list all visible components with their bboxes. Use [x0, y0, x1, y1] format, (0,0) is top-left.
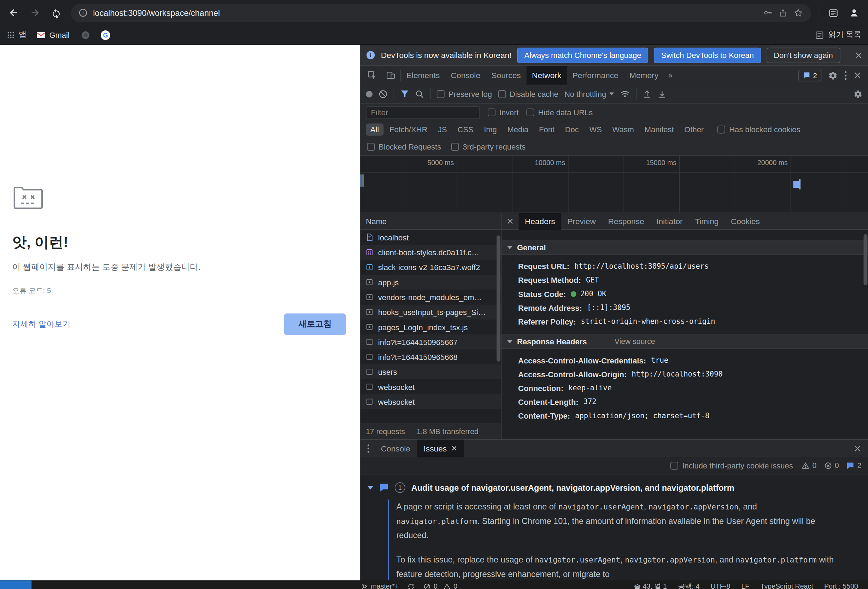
switch-korean-button[interactable]: Switch DevTools to Korean [654, 47, 761, 63]
live-server-port[interactable]: Port : 5500 [824, 583, 858, 589]
invert-checkbox[interactable]: Invert [488, 108, 519, 117]
clear-icon[interactable] [378, 89, 387, 98]
back-icon[interactable] [4, 3, 23, 22]
console-messages-badge[interactable]: 2 [798, 70, 821, 81]
filter-chip-fetch-xhr[interactable]: Fetch/XHR [385, 123, 431, 135]
filter-chip-css[interactable]: CSS [453, 123, 478, 135]
request-row[interactable]: localhost [360, 230, 501, 245]
issue-header[interactable]: 1 Audit usage of navigator.userAgent, na… [368, 482, 868, 493]
tab-console[interactable]: Console [445, 66, 486, 84]
encoding[interactable]: UTF-8 [711, 583, 730, 589]
filter-chip-ws[interactable]: WS [585, 123, 606, 135]
improvements-counter[interactable]: 2 [847, 462, 862, 469]
details-close-icon[interactable] [502, 218, 519, 225]
remote-indicator[interactable] [0, 580, 31, 589]
dont-show-again-button[interactable]: Don't show again [766, 47, 840, 63]
tab-network[interactable]: Network [526, 66, 567, 84]
request-row[interactable]: info?t=1644150965668 [360, 349, 501, 364]
preserve-log-checkbox[interactable]: Preserve log [437, 89, 492, 98]
request-row[interactable]: users [360, 364, 501, 379]
details-tab-preview[interactable]: Preview [561, 213, 602, 229]
filter-chip-doc[interactable]: Doc [561, 123, 583, 135]
git-branch-item[interactable]: master*+ [362, 583, 399, 589]
drawer-tab-issues[interactable]: Issues [417, 440, 464, 457]
filter-funnel-icon[interactable] [400, 90, 409, 98]
view-source-link[interactable]: View source [615, 337, 655, 345]
filter-chip-wasm[interactable]: Wasm [608, 123, 638, 135]
request-row[interactable]: info?t=1644150965667 [360, 334, 501, 349]
problems-item[interactable]: 0 0 [424, 583, 457, 589]
details-tab-timing[interactable]: Timing [689, 213, 725, 229]
request-row[interactable]: app.js [360, 275, 501, 290]
forward-icon[interactable] [25, 3, 44, 22]
filter-chip-manifest[interactable]: Manifest [640, 123, 678, 135]
filter-chip-other[interactable]: Other [680, 123, 708, 135]
drawer-tab-console[interactable]: Console [374, 440, 417, 457]
details-scrollbar[interactable] [863, 230, 868, 435]
reload-page-button[interactable]: 새로고침 [284, 314, 346, 335]
reload-icon[interactable] [47, 3, 65, 22]
apps-shortcut[interactable]: 앱 [7, 30, 27, 40]
more-tabs-icon[interactable]: » [664, 71, 677, 80]
drawer-close-icon[interactable] [853, 444, 865, 452]
indentation[interactable]: 공백: 4 [678, 582, 700, 589]
extension-icon[interactable] [81, 30, 90, 40]
google-icon[interactable]: G [100, 30, 111, 40]
password-key-icon[interactable] [763, 8, 773, 18]
devtools-close-icon[interactable] [853, 71, 861, 79]
drawer-kebab-icon[interactable] [363, 444, 374, 453]
issues-tab-close-icon[interactable] [451, 445, 457, 451]
eol-selector[interactable]: LF [741, 583, 749, 589]
bookmark-star-icon[interactable] [793, 8, 803, 18]
request-row[interactable]: hooks_useInput_ts-pages_Si… [360, 304, 501, 319]
requests-scrollbar[interactable] [496, 230, 501, 423]
response-headers-section-header[interactable]: Response Headers View source [502, 334, 868, 349]
network-settings-gear-icon[interactable] [853, 89, 862, 98]
network-conditions-icon[interactable] [620, 90, 630, 98]
filter-chip-all[interactable]: All [366, 123, 383, 135]
details-tab-initiator[interactable]: Initiator [650, 213, 689, 229]
request-row[interactable]: Tslack-icons-v2-16ca3a7.woff2 [360, 260, 501, 275]
tab-groups-icon[interactable] [824, 3, 843, 22]
details-tab-headers[interactable]: Headers [519, 213, 561, 229]
blocked-requests-checkbox[interactable]: Blocked Requests [367, 142, 441, 151]
sync-changes-item[interactable] [407, 583, 415, 589]
request-row[interactable]: pages_LogIn_index_tsx.js [360, 320, 501, 334]
request-row[interactable]: vendors-node_modules_em… [360, 290, 501, 304]
address-bar[interactable]: localhost:3090/workspace/channel [71, 3, 811, 22]
include-third-party-checkbox[interactable]: Include third-party cookie issues [671, 461, 793, 470]
learn-more-link[interactable]: 자세히 알아보기 [12, 319, 70, 330]
hide-data-urls-checkbox[interactable]: Hide data URLs [527, 108, 593, 117]
request-row[interactable]: {}client-boot-styles.dc0a11f.c… [360, 245, 501, 259]
has-blocked-cookies-checkbox[interactable]: Has blocked cookies [717, 125, 800, 134]
share-icon[interactable] [778, 8, 788, 18]
import-har-icon[interactable] [643, 89, 652, 98]
site-info-icon[interactable] [78, 8, 87, 17]
request-row[interactable]: websocket [360, 379, 501, 394]
name-column-header[interactable]: Name [360, 213, 501, 230]
breaking-changes-counter[interactable]: 0 [802, 462, 817, 469]
details-tab-cookies[interactable]: Cookies [725, 213, 766, 229]
filter-input[interactable] [366, 106, 480, 119]
match-language-button[interactable]: Always match Chrome's language [517, 47, 648, 63]
third-party-requests-checkbox[interactable]: 3rd-party requests [451, 142, 526, 151]
page-errors-counter[interactable]: 0 [824, 462, 839, 469]
reading-list-button[interactable]: 읽기 목록 [815, 30, 861, 40]
tab-performance[interactable]: Performance [567, 66, 624, 84]
device-toolbar-icon[interactable] [381, 70, 400, 80]
search-icon[interactable] [415, 89, 424, 98]
tab-sources[interactable]: Sources [486, 66, 527, 84]
profile-avatar-icon[interactable] [845, 3, 864, 22]
settings-gear-icon[interactable] [828, 71, 838, 80]
kebab-menu-icon[interactable] [844, 71, 847, 80]
request-row[interactable]: websocket [360, 394, 501, 409]
inspect-element-icon[interactable] [363, 70, 381, 80]
throttling-dropdown[interactable]: No throttling [564, 89, 614, 98]
filter-chip-js[interactable]: JS [433, 123, 451, 135]
network-overview-timeline[interactable]: 5000 ms10000 ms15000 ms20000 ms [360, 155, 868, 213]
filter-chip-img[interactable]: Img [480, 123, 502, 135]
filter-chip-font[interactable]: Font [535, 123, 559, 135]
cursor-position[interactable]: 줄 43, 열 1 [634, 582, 667, 589]
export-har-icon[interactable] [658, 89, 667, 98]
disable-cache-checkbox[interactable]: Disable cache [498, 89, 558, 98]
